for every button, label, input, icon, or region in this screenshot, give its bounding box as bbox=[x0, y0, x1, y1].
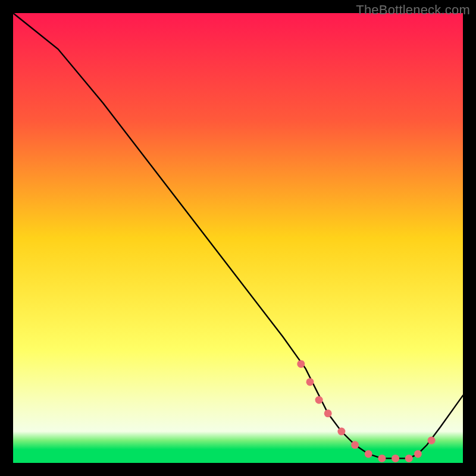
watermark-text: TheBottleneck.com bbox=[356, 2, 470, 18]
marker-dot bbox=[392, 455, 399, 462]
marker-dot bbox=[324, 409, 332, 417]
marker-dot bbox=[351, 441, 359, 449]
marker-dot bbox=[414, 450, 422, 458]
marker-group bbox=[297, 360, 435, 462]
chart-frame: TheBottleneck.com bbox=[0, 0, 476, 476]
chart-svg bbox=[13, 13, 463, 463]
marker-dot bbox=[405, 455, 413, 462]
marker-dot bbox=[306, 378, 314, 386]
marker-dot bbox=[315, 396, 323, 404]
marker-dot bbox=[365, 450, 372, 458]
marker-dot bbox=[378, 455, 386, 462]
marker-dot bbox=[337, 428, 345, 436]
curve-line bbox=[13, 13, 463, 458]
plot-area bbox=[13, 13, 463, 463]
marker-dot bbox=[428, 437, 436, 444]
marker-dot bbox=[297, 360, 305, 368]
